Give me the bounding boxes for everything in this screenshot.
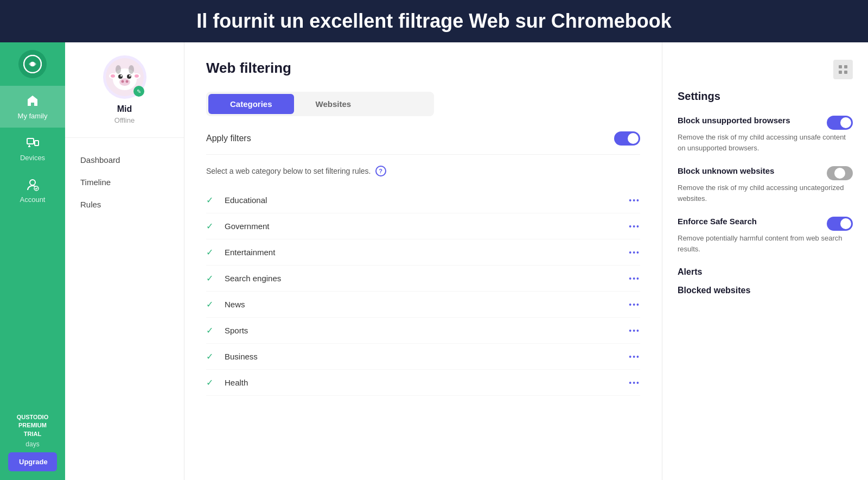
tab-bar: Categories Websites	[206, 92, 434, 116]
sidebar-item-devices[interactable]: Devices	[0, 128, 65, 169]
tab-websites[interactable]: Websites	[294, 94, 373, 114]
sidebar-item-my-family[interactable]: My family	[0, 86, 65, 128]
category-name: Business	[225, 352, 629, 361]
top-banner: Il fournit un excellent filtrage Web sur…	[0, 0, 868, 42]
devices-icon	[25, 135, 40, 150]
category-dots[interactable]: •••	[629, 378, 640, 387]
svg-point-16	[120, 75, 122, 77]
svg-rect-25	[839, 71, 842, 74]
nav-rules[interactable]: Rules	[65, 193, 184, 216]
svg-point-20	[125, 80, 128, 83]
profile-avatar-area: ✎ Mid Offline	[65, 55, 184, 138]
help-row: Select a web category below to set filte…	[206, 166, 640, 176]
svg-rect-24	[844, 65, 847, 68]
category-list: ✓ Educational ••• ✓ Government ••• ✓ Ent…	[206, 187, 640, 396]
qustodio-logo-svg	[23, 55, 42, 73]
tab-categories[interactable]: Categories	[208, 94, 294, 114]
sidebar: My family Devices	[0, 42, 65, 480]
category-name: Sports	[225, 326, 629, 335]
days-label: days	[25, 440, 39, 448]
svg-rect-3	[35, 141, 39, 146]
settings-enforce-safe-search: Enforce Safe Search Remove potentially h…	[678, 217, 853, 254]
svg-point-13	[135, 74, 139, 78]
sidebar-item-account-label: Account	[20, 195, 46, 204]
logo-icon	[18, 50, 47, 78]
upgrade-button[interactable]: Upgrade	[8, 452, 57, 471]
block-unsupported-title: Block unsupported browsers	[678, 116, 820, 125]
category-dots[interactable]: •••	[629, 274, 640, 283]
svg-point-19	[121, 80, 124, 83]
profile-name: Mid	[117, 104, 132, 114]
category-name: Search engines	[225, 274, 629, 283]
check-icon: ✓	[206, 221, 217, 231]
svg-point-17	[129, 75, 131, 77]
sidebar-item-account[interactable]: Account	[0, 169, 65, 211]
svg-point-22	[129, 65, 134, 74]
list-item: ✓ Business •••	[206, 344, 640, 370]
category-name: Health	[225, 378, 629, 387]
svg-point-18	[119, 78, 130, 86]
nav-dashboard[interactable]: Dashboard	[65, 149, 184, 171]
pencil-icon: ✎	[137, 89, 141, 94]
avatar-edit-badge[interactable]: ✎	[133, 86, 144, 97]
apply-filters-toggle[interactable]	[614, 131, 640, 146]
svg-point-15	[127, 74, 131, 79]
svg-point-6	[30, 180, 35, 185]
sidebar-logo	[0, 42, 65, 86]
svg-rect-26	[844, 71, 847, 74]
apply-filters-label: Apply filters	[206, 134, 251, 143]
check-icon: ✓	[206, 299, 217, 310]
page-title: Web filtering	[206, 60, 640, 77]
list-item: ✓ Educational •••	[206, 187, 640, 213]
profile-panel: ✎ Mid Offline Dashboard Timeline Rules	[65, 42, 184, 480]
category-name: News	[225, 300, 629, 309]
svg-point-11	[111, 74, 115, 78]
check-icon: ✓	[206, 273, 217, 283]
block-unsupported-toggle[interactable]	[827, 116, 853, 130]
block-unknown-title: Block unknown websites	[678, 166, 820, 175]
content-area: Web filtering Categories Websites Apply …	[184, 42, 662, 480]
avatar-container: ✎	[103, 55, 146, 99]
check-icon: ✓	[206, 377, 217, 388]
svg-rect-23	[839, 65, 842, 68]
alerts-title: Alerts	[678, 267, 853, 277]
premium-label: QUSTODIO PREMIUM TRIAL	[12, 407, 53, 440]
sidebar-item-devices-label: Devices	[20, 154, 45, 162]
banner-text: Il fournit un excellent filtrage Web sur…	[196, 10, 671, 32]
enforce-safe-search-toggle[interactable]	[827, 217, 853, 231]
category-dots[interactable]: •••	[629, 326, 640, 335]
category-dots[interactable]: •••	[629, 196, 640, 205]
check-icon: ✓	[206, 247, 217, 257]
settings-block-unknown: Block unknown websites Remove the risk o…	[678, 166, 853, 204]
nav-timeline[interactable]: Timeline	[65, 171, 184, 193]
settings-title: Settings	[678, 90, 853, 103]
blocked-title: Blocked websites	[678, 286, 853, 295]
category-dots[interactable]: •••	[629, 300, 640, 309]
sidebar-item-my-family-label: My family	[18, 112, 48, 120]
block-unsupported-desc: Remove the risk of my child accessing un…	[678, 132, 853, 153]
category-name: Entertainment	[225, 248, 629, 257]
filters-row: Apply filters	[206, 131, 640, 155]
block-unknown-desc: Remove the risk of my child accessing un…	[678, 182, 853, 204]
svg-point-1	[30, 62, 35, 66]
enforce-safe-search-desc: Remove potentially harmful content from …	[678, 233, 853, 254]
category-dots[interactable]: •••	[629, 248, 640, 257]
svg-point-21	[116, 65, 121, 74]
category-name: Educational	[225, 195, 629, 205]
list-item: ✓ News •••	[206, 292, 640, 318]
check-icon: ✓	[206, 351, 217, 362]
settings-panel: Settings Block unsupported browsers Remo…	[662, 42, 868, 480]
help-icon[interactable]: ?	[375, 166, 386, 176]
svg-point-14	[118, 74, 123, 79]
block-unknown-toggle[interactable]	[827, 166, 853, 180]
category-dots[interactable]: •••	[629, 222, 640, 231]
settings-block-unsupported: Block unsupported browsers Remove the ri…	[678, 116, 853, 153]
category-name: Government	[225, 222, 629, 231]
list-item: ✓ Search engines •••	[206, 266, 640, 292]
list-item: ✓ Government •••	[206, 213, 640, 239]
category-dots[interactable]: •••	[629, 352, 640, 361]
grid-icon[interactable]	[833, 60, 853, 79]
my-family-icon	[25, 93, 40, 109]
sidebar-bottom: QUSTODIO PREMIUM TRIAL days Upgrade	[0, 407, 65, 480]
list-item: ✓ Entertainment •••	[206, 239, 640, 266]
